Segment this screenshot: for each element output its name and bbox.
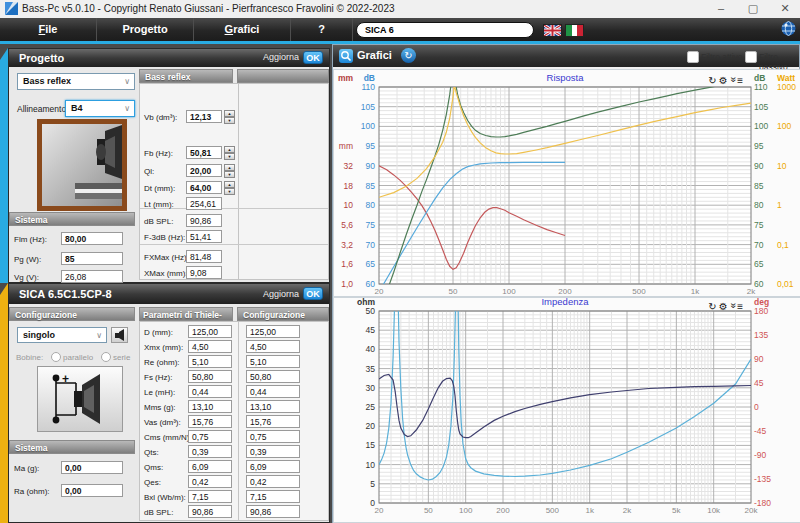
parallelo-radio[interactable] — [51, 352, 61, 362]
svg-text:1,0: 1,0 — [341, 279, 353, 289]
svg-text:75: 75 — [754, 220, 764, 230]
svg-text:Impedenza: Impedenza — [541, 297, 589, 307]
title-bar: Bass-Pc v5.0.10 - Copyright Renato Giuss… — [0, 0, 800, 19]
flm-field[interactable]: 80,00 — [61, 232, 123, 245]
filtro-passivo-checkbox[interactable] — [745, 51, 757, 63]
svg-text:32: 32 — [344, 161, 354, 171]
allineamento-label: Allineamento: — [17, 104, 69, 114]
progetto-ok-button[interactable]: OK — [303, 51, 323, 64]
serie-radio[interactable] — [101, 352, 111, 362]
globe-icon[interactable] — [781, 21, 796, 36]
thiele-small-header: Parametri di Thiele-Small — [139, 307, 233, 321]
svg-text:10: 10 — [344, 200, 354, 210]
arrow-down-icon[interactable]: ▼ — [224, 153, 235, 160]
impedenza-toolbar: ↻⚙»≡ — [708, 301, 745, 312]
svg-text:20: 20 — [375, 287, 384, 296]
vb-field[interactable]: 12,13 — [186, 110, 222, 123]
arrow-up-icon[interactable]: ▲ — [224, 110, 235, 117]
param-value-2: 90,86 — [246, 505, 300, 518]
driver-search-input[interactable] — [356, 22, 534, 38]
flag-italy-icon[interactable] — [565, 24, 584, 37]
progetto-panel-header: Progetto Aggiorna OK — [9, 49, 329, 67]
param-label: Xmx (mm): — [144, 343, 183, 352]
param-value-2: 50,80 — [246, 370, 300, 383]
svg-text:-90: -90 — [754, 450, 767, 460]
fb-stepper[interactable]: ▲▼ — [224, 146, 235, 160]
param-value: 0,44 — [188, 385, 232, 398]
param-value-2: 0,44 — [246, 385, 300, 398]
svg-text:1k: 1k — [691, 287, 700, 296]
box-type-dropdown[interactable]: Bass reflex∨ — [17, 73, 135, 90]
param-label: Qes: — [144, 478, 161, 487]
svg-text:5: 5 — [370, 479, 375, 489]
ra-field[interactable]: 0,00 — [61, 484, 123, 497]
dt-field[interactable]: 64,00 — [186, 181, 222, 194]
load-driver-button[interactable] — [111, 327, 128, 343]
refresh-icon[interactable]: ↻ — [401, 48, 416, 63]
param-value: 13,10 — [188, 400, 232, 413]
xmax-label: XMax (mm): — [144, 269, 188, 278]
pg-label: Pg (W): — [14, 255, 41, 264]
configurazione-schematic: + — [37, 366, 123, 432]
filtro-attivo-label: Filtro attivo — [701, 52, 743, 62]
vb-stepper[interactable]: ▲▼ — [224, 110, 235, 124]
arrow-up-icon[interactable]: ▲ — [224, 164, 235, 171]
arrow-up-icon[interactable]: ▲ — [224, 146, 235, 153]
ql-field[interactable]: 20,00 — [186, 164, 222, 177]
svg-text:105: 105 — [754, 102, 768, 112]
arrow-down-icon[interactable]: ▼ — [224, 171, 235, 178]
pg-field[interactable]: 85 — [61, 252, 123, 265]
svg-text:45: 45 — [366, 325, 376, 335]
ql-stepper[interactable]: ▲▼ — [224, 164, 235, 178]
menu-help[interactable]: ? — [291, 18, 353, 41]
dt-stepper[interactable]: ▲▼ — [224, 181, 235, 195]
menu-file[interactable]: File — [0, 18, 97, 41]
arrow-up-icon[interactable]: ▲ — [224, 181, 235, 188]
configurazione-dropdown[interactable]: singolo∨ — [17, 327, 107, 343]
app-logo-icon — [5, 2, 18, 15]
svg-text:mm: mm — [339, 141, 353, 151]
chevron-down-icon: ∨ — [96, 328, 102, 343]
svg-text:45: 45 — [754, 378, 764, 388]
fb-label: Fb (Hz): — [144, 149, 173, 158]
close-button[interactable]: ✕ — [778, 2, 792, 16]
svg-text:0,01: 0,01 — [777, 279, 794, 289]
window-title: Bass-Pc v5.0.10 - Copyright Renato Giuss… — [22, 3, 395, 14]
vg-label: Vg (V): — [14, 273, 39, 282]
flag-uk-icon[interactable] — [543, 24, 562, 37]
filtro-attivo-checkbox[interactable] — [687, 51, 699, 63]
bass-reflex-box-image — [37, 119, 127, 211]
svg-text:50: 50 — [449, 287, 458, 296]
arrow-down-icon[interactable]: ▼ — [224, 188, 235, 195]
refresh-icon[interactable]: ↻ — [708, 301, 718, 312]
svg-text:200: 200 — [496, 506, 510, 515]
svg-text:65: 65 — [754, 259, 764, 269]
bass-reflex-subheader: Bass reflex — [139, 69, 233, 83]
maximize-button[interactable]: ▢ — [746, 2, 760, 16]
aggiorna-label: Aggiorna — [263, 289, 299, 299]
driver-ok-button[interactable]: OK — [303, 287, 323, 300]
arrow-down-icon[interactable]: ▼ — [224, 117, 235, 124]
minimize-button[interactable]: – — [714, 2, 728, 16]
menu-progetto[interactable]: Progetto — [97, 18, 194, 41]
svg-text:2k: 2k — [623, 506, 632, 515]
chevron-down-icon: ∨ — [124, 74, 130, 89]
svg-text:1000: 1000 — [777, 82, 796, 92]
collapse-icon[interactable]: » — [728, 77, 739, 85]
allineamento-dropdown[interactable]: B4∨ — [65, 100, 135, 117]
svg-text:110: 110 — [361, 82, 375, 92]
svg-text:-45: -45 — [754, 426, 767, 436]
svg-text:50: 50 — [424, 506, 433, 515]
aggiorna-label: Aggiorna — [263, 52, 299, 62]
refresh-icon[interactable]: ↻ — [708, 75, 718, 86]
svg-text:40: 40 — [366, 344, 376, 354]
xmax-field: 9,08 — [186, 266, 222, 279]
collapse-icon[interactable]: » — [728, 303, 739, 311]
menu-grafici[interactable]: Grafici — [194, 18, 291, 41]
ma-field[interactable]: 0,00 — [61, 461, 123, 474]
svg-text:10: 10 — [366, 460, 376, 470]
risposta-toolbar: ↻⚙»≡ — [708, 75, 745, 86]
svg-text:65: 65 — [366, 259, 376, 269]
svg-text:5,6: 5,6 — [341, 220, 353, 230]
fb-field[interactable]: 50,81 — [186, 146, 222, 159]
